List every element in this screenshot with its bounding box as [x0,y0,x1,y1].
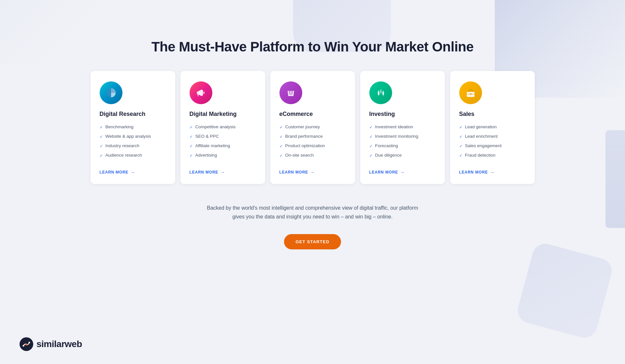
similarweb-logo-icon [20,337,33,351]
check-icon: ✓ [100,153,103,159]
ecommerce-title: eCommerce [279,111,346,118]
investing-features: ✓ Investment ideation ✓ Investment monit… [369,124,436,162]
arrow-icon: → [310,170,315,175]
feature-item: ✓ Investment ideation [369,124,436,130]
feature-item: ✓ Forecasting [369,143,436,149]
sales-icon-bg [459,81,482,104]
sales-features: ✓ Lead generation ✓ Lead enrichment ✓ Sa… [459,124,526,162]
arrow-icon: → [220,170,225,175]
feature-item: ✓ Lead enrichment [459,133,526,140]
subtitle-section: Backed by the world's most intelligent a… [202,203,423,221]
svg-rect-1 [197,91,198,94]
candlestick-icon [375,87,387,99]
page-container: The Must-Have Platform to Win Your Marke… [0,0,625,295]
check-icon: ✓ [369,134,373,140]
digital-research-icon-bg [100,81,122,104]
svg-point-22 [29,342,30,343]
cards-container: Digital Research ✓ Benchmarking ✓ Websit… [85,71,541,184]
digital-research-learn-more[interactable]: LEARN MORE → [100,170,166,175]
svg-point-5 [290,92,290,93]
feature-item: ✓ Advertising [190,152,256,159]
logo-text: similarweb [36,339,82,349]
svg-point-2 [202,91,205,94]
svg-point-20 [25,343,27,345]
feature-item: ✓ Competitive analysis [190,124,256,130]
sales-title: Sales [459,111,526,118]
feature-item: ✓ Affiliate marketing [190,143,256,149]
check-icon: ✓ [190,153,193,159]
feature-item: ✓ Fraud detection [459,152,526,159]
digital-marketing-icon-bg [190,81,212,104]
check-icon: ✓ [369,144,373,149]
feature-item: ✓ Brand performance [279,133,346,140]
check-icon: ✓ [100,134,103,140]
check-icon: ✓ [369,125,373,130]
check-icon: ✓ [190,144,193,149]
megaphone-icon [195,87,207,99]
investing-learn-more[interactable]: LEARN MORE → [369,170,436,175]
svg-rect-7 [378,91,379,95]
card-sales: Sales ✓ Lead generation ✓ Lead enrichmen… [450,71,535,184]
digital-research-title: Digital Research [100,111,166,118]
briefcase-icon [465,87,476,99]
digital-research-features: ✓ Benchmarking ✓ Website & app analysis … [100,124,166,162]
check-icon: ✓ [459,134,462,140]
digital-marketing-features: ✓ Competitive analysis ✓ SEO & PPC ✓ Aff… [190,124,256,162]
investing-icon-bg [369,81,392,104]
check-icon: ✓ [100,125,103,130]
ecommerce-learn-more[interactable]: LEARN MORE → [279,170,346,175]
feature-item: ✓ Investment monitoring [369,133,436,140]
feature-item: ✓ On-site search [279,152,346,159]
arrow-icon: → [400,170,405,175]
chart-pie-icon [105,87,117,99]
card-investing: Investing ✓ Investment ideation ✓ Invest… [360,71,445,184]
check-icon: ✓ [369,153,373,159]
svg-line-3 [198,94,198,96]
feature-item: ✓ SEO & PPC [190,133,256,140]
feature-item: ✓ Audience research [100,152,166,159]
check-icon: ✓ [190,125,193,130]
card-digital-marketing: Digital Marketing ✓ Competitive analysis… [180,71,265,184]
check-icon: ✓ [459,144,462,149]
check-icon: ✓ [279,125,283,130]
footer: similarweb [20,337,82,351]
feature-item: ✓ Lead generation [459,124,526,130]
card-ecommerce: eCommerce ✓ Customer journey ✓ Brand per… [270,71,355,184]
sales-learn-more[interactable]: LEARN MORE → [459,170,526,175]
check-icon: ✓ [100,144,103,149]
check-icon: ✓ [279,144,283,149]
get-started-button[interactable]: GET STARTED [284,234,341,249]
check-icon: ✓ [459,153,462,159]
feature-item: ✓ Customer journey [279,124,346,130]
feature-item: ✓ Website & app analysis [100,133,166,140]
svg-rect-10 [380,90,382,93]
feature-item: ✓ Sales engagement [459,143,526,149]
page-title: The Must-Have Platform to Win Your Marke… [151,39,474,55]
arrow-icon: → [130,170,135,175]
svg-rect-18 [470,93,472,95]
check-icon: ✓ [279,153,283,159]
digital-marketing-learn-more[interactable]: LEARN MORE → [190,170,256,175]
subtitle-text: Backed by the world's most intelligent a… [202,203,423,221]
check-icon: ✓ [279,134,283,140]
ecommerce-features: ✓ Customer journey ✓ Brand performance ✓… [279,124,346,162]
card-digital-research: Digital Research ✓ Benchmarking ✓ Websit… [91,71,175,184]
digital-marketing-title: Digital Marketing [190,111,256,118]
ecommerce-icon-bg [279,81,302,104]
svg-rect-13 [382,92,384,95]
feature-item: ✓ Due diligence [369,152,436,159]
check-icon: ✓ [190,134,193,140]
arrow-icon: → [490,170,495,175]
feature-item: ✓ Industry research [100,143,166,149]
svg-point-21 [23,345,24,347]
svg-point-6 [291,92,292,93]
shopping-bag-icon [285,87,297,99]
check-icon: ✓ [459,125,462,130]
feature-item: ✓ Product optimization [279,143,346,149]
investing-title: Investing [369,111,436,118]
feature-item: ✓ Benchmarking [100,124,166,130]
